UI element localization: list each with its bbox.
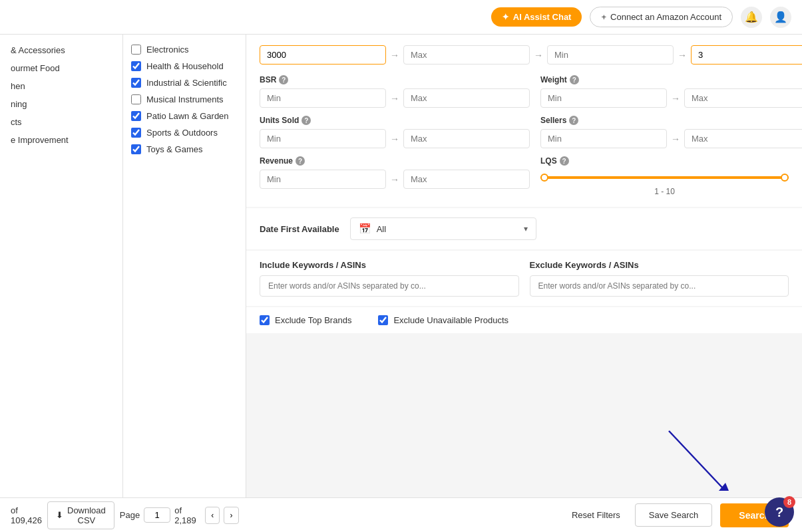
category-patio[interactable]: Patio Lawn & Garden (123, 108, 246, 124)
page-prev-button[interactable]: ‹ (205, 507, 220, 524)
calendar-icon: 📅 (359, 223, 371, 235)
filter-grid-1: BSR ? → Weight ? → (260, 75, 789, 108)
category-sports[interactable]: Sports & Outdoors (123, 124, 246, 141)
units-sold-help-icon[interactable]: ? (301, 116, 311, 125)
pagination-bar: of 109,426 ⬇ Download CSV Page of 2,189 … (0, 497, 246, 532)
lqs-help-icon[interactable]: ? (560, 156, 569, 166)
revenue-max-input[interactable] (403, 170, 530, 189)
arrow-1: → (390, 50, 399, 61)
bsr-help-icon[interactable]: ? (279, 75, 288, 84)
bsr-arrow: → (390, 93, 399, 104)
category-industrial[interactable]: Industrial & Scientific (123, 74, 246, 91)
exclude-unavailable-label: Exclude Unavailable Products (393, 315, 508, 325)
date-select[interactable]: 📅 All ▾ (350, 217, 536, 240)
sidebar-item-improvement[interactable]: e Improvement (0, 131, 122, 149)
notification-icon[interactable]: 🔔 (741, 7, 762, 28)
help-question-mark: ? (775, 505, 783, 520)
lqs-thumb-left[interactable] (540, 174, 548, 182)
sellers-max-input[interactable] (684, 129, 802, 148)
include-keywords-label: Include Keywords / ASINs (260, 260, 519, 270)
lqs-range-label: 1 - 10 (540, 187, 789, 196)
save-search-button[interactable]: Save Search (635, 503, 712, 527)
date-select-text: All (377, 224, 518, 234)
top-input-1[interactable] (260, 45, 386, 65)
lqs-slider[interactable] (540, 171, 789, 184)
total-text: of 109,426 (11, 505, 42, 525)
ai-icon: ✦ (502, 12, 509, 22)
category-toys-checkbox[interactable] (131, 144, 141, 154)
sidebar: & Accessories ourmet Food hen ning cts e… (0, 35, 123, 497)
lqs-thumb-right[interactable] (781, 174, 789, 182)
category-industrial-checkbox[interactable] (131, 78, 141, 88)
lqs-label: LQS ? (540, 156, 789, 166)
exclude-keywords-group: Exclude Keywords / ASINs (530, 260, 789, 297)
top-input-4[interactable] (691, 45, 802, 65)
category-health-checkbox[interactable] (131, 61, 141, 71)
ai-assist-button[interactable]: ✦ AI Assist Chat (491, 7, 582, 27)
include-keywords-input[interactable] (260, 275, 519, 297)
filter-grid-2: Units Sold ? → Sellers ? → (260, 116, 789, 148)
exclude-top-brands-label: Exclude Top Brands (275, 315, 351, 325)
lqs-group: LQS ? 1 - 10 (540, 156, 789, 196)
units-sold-label: Units Sold ? (260, 116, 530, 125)
category-musical[interactable]: Musical Instruments (123, 91, 246, 108)
weight-min-input[interactable] (540, 88, 667, 108)
help-badge[interactable]: ? 8 (765, 497, 794, 527)
revenue-help-icon[interactable]: ? (296, 156, 305, 166)
user-avatar[interactable]: 👤 (770, 7, 791, 28)
exclude-unavailable-checkbox[interactable] (378, 315, 388, 325)
category-musical-checkbox[interactable] (131, 94, 141, 104)
exclude-top-brands-item[interactable]: Exclude Top Brands (260, 315, 351, 325)
category-patio-checkbox[interactable] (131, 111, 141, 121)
sellers-group: Sellers ? → (540, 116, 802, 148)
revenue-label: Revenue ? (260, 156, 530, 166)
sidebar-item-ning[interactable]: ning (0, 95, 122, 113)
units-sold-min-input[interactable] (260, 129, 386, 148)
arrow-2: → (534, 50, 543, 61)
bsr-range: → (260, 88, 530, 108)
units-sold-max-input[interactable] (403, 129, 530, 148)
page-number-input[interactable] (144, 507, 170, 523)
connect-amazon-button[interactable]: + Connect an Amazon Account (590, 7, 733, 27)
filter-grid-3: Revenue ? → LQS ? (260, 156, 789, 196)
page-next-button[interactable]: › (224, 507, 238, 524)
sellers-range: → (540, 129, 802, 148)
sidebar-item-gourmet[interactable]: ourmet Food (0, 59, 122, 77)
units-sold-arrow: → (390, 134, 399, 144)
lqs-fill (540, 176, 789, 179)
sidebar-item-products[interactable]: cts (0, 113, 122, 131)
category-toys[interactable]: Toys & Games (123, 141, 246, 158)
sidebar-item-kitchen[interactable]: hen (0, 77, 122, 95)
page-label: Page (120, 510, 140, 520)
download-icon: ⬇ (56, 510, 63, 520)
category-electronics-checkbox[interactable] (131, 45, 141, 55)
keywords-row: Include Keywords / ASINs Exclude Keyword… (260, 260, 789, 297)
bsr-min-input[interactable] (260, 88, 386, 108)
sellers-arrow: → (671, 134, 680, 144)
main-panel: → → → BSR ? → Weight (246, 35, 802, 497)
sellers-min-input[interactable] (540, 129, 667, 148)
top-inputs-row: → → → (260, 45, 789, 65)
category-health[interactable]: Health & Household (123, 58, 246, 74)
page-nav: Page of 2,189 ‹ › (120, 505, 239, 525)
sellers-help-icon[interactable]: ? (569, 116, 578, 125)
top-input-2[interactable] (403, 45, 530, 65)
reset-filters-button[interactable]: Reset Filters (565, 506, 627, 524)
connect-amazon-label: Connect an Amazon Account (610, 12, 721, 22)
chevron-down-icon: ▾ (524, 224, 528, 233)
top-input-3[interactable] (547, 45, 674, 65)
exclude-unavailable-item[interactable]: Exclude Unavailable Products (378, 315, 508, 325)
weight-range: → (540, 88, 802, 108)
exclude-top-brands-checkbox[interactable] (260, 315, 270, 325)
revenue-min-input[interactable] (260, 170, 386, 189)
sidebar-item-accessories[interactable]: & Accessories (0, 41, 122, 59)
download-csv-button[interactable]: ⬇ Download CSV (47, 501, 114, 529)
bsr-max-input[interactable] (403, 88, 530, 108)
action-bar: Reset Filters Save Search Search (246, 497, 802, 532)
weight-max-input[interactable] (684, 88, 802, 108)
category-sports-checkbox[interactable] (131, 128, 141, 138)
exclude-keywords-input[interactable] (530, 275, 789, 297)
weight-help-icon[interactable]: ? (570, 75, 579, 84)
category-electronics[interactable]: Electronics (123, 41, 246, 58)
categories-panel: Electronics Health & Household Industria… (123, 35, 246, 497)
